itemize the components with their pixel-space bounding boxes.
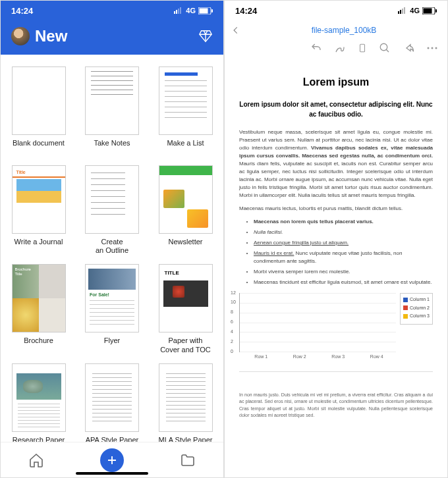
- avatar[interactable]: [11, 27, 30, 45]
- paragraph: Vestibulum neque massa, scelerisque sit …: [239, 128, 433, 199]
- template-blank[interactable]: Blank document: [7, 66, 70, 156]
- battery-icon: [198, 7, 213, 14]
- undo-icon[interactable]: [310, 42, 322, 54]
- doc-toolbar: [225, 40, 447, 60]
- home-icon[interactable]: [28, 452, 44, 468]
- chart-legend: Column 1Column 2Column 3: [400, 293, 433, 325]
- signal-icon: [174, 7, 183, 14]
- template-newsletter[interactable]: Newsletter: [154, 165, 217, 255]
- template-outline[interactable]: Create an Outline: [81, 165, 144, 255]
- svg-rect-0: [174, 11, 175, 14]
- list-item: Mauris id ex erat. Nunc vulputate neque …: [254, 250, 433, 265]
- back-icon[interactable]: [231, 24, 240, 36]
- svg-rect-6: [211, 9, 213, 13]
- document-screen: 14:24 4G file-sample_100kB Lorem ipsum L…: [224, 0, 448, 478]
- template-mla[interactable]: MLA Style Paper: [154, 363, 217, 442]
- plus-icon: [106, 454, 118, 466]
- svg-rect-13: [435, 9, 437, 13]
- new-button[interactable]: [100, 448, 124, 472]
- template-notes[interactable]: Take Notes: [81, 66, 144, 156]
- status-icons: 4G: [398, 7, 437, 14]
- svg-rect-7: [398, 11, 399, 14]
- page-title: New: [35, 27, 198, 45]
- draw-icon[interactable]: [334, 42, 346, 54]
- paragraph: Maecenas mauris lectus, lobortis et puru…: [239, 205, 433, 213]
- list-item: Maecenas tincidunt est efficitur ligula …: [254, 279, 433, 286]
- document-title[interactable]: file-sample_100kB: [247, 26, 441, 35]
- footer-paragraph: In non mauris justo. Duis vehicula mi ve…: [239, 371, 433, 419]
- doc-subheading: Lorem ipsum dolor sit amet, consectetur …: [239, 99, 433, 119]
- list-item: Morbi viverra semper lorem nec molestie.: [254, 268, 433, 276]
- svg-rect-3: [180, 7, 181, 14]
- template-apa[interactable]: APA Style Paper: [81, 363, 144, 442]
- home-indicator[interactable]: [76, 472, 148, 475]
- list-item: Maecenas non lorem quis tellus placerat …: [254, 218, 433, 226]
- svg-point-15: [380, 43, 387, 51]
- svg-rect-10: [404, 7, 405, 14]
- template-flyer[interactable]: For Sale!Flyer: [81, 264, 144, 354]
- svg-rect-9: [402, 9, 403, 14]
- doc-heading: Lorem ipsum: [239, 74, 433, 90]
- mobile-view-icon[interactable]: [358, 41, 367, 55]
- svg-point-18: [435, 47, 437, 49]
- share-icon[interactable]: [403, 42, 414, 54]
- search-icon[interactable]: [379, 42, 391, 54]
- diamond-icon[interactable]: [198, 29, 213, 43]
- status-bar: 14:24 4G: [1, 1, 223, 20]
- folder-icon[interactable]: [180, 452, 196, 468]
- svg-rect-8: [400, 10, 401, 14]
- svg-rect-2: [178, 9, 179, 14]
- template-paper-toc[interactable]: TITLEPaper with Cover and TOC: [154, 264, 217, 354]
- doc-header: file-sample_100kB: [225, 20, 447, 40]
- svg-point-16: [428, 47, 430, 49]
- status-time: 14:24: [11, 6, 33, 16]
- template-brochure[interactable]: Brochure TitleBrochure: [7, 264, 70, 354]
- templates-grid: Blank document Take Notes Make a List Wr…: [1, 55, 223, 442]
- svg-rect-14: [360, 44, 365, 52]
- more-icon[interactable]: [426, 46, 438, 50]
- svg-point-17: [432, 47, 434, 49]
- status-bar: 14:24 4G: [225, 1, 447, 20]
- status-icons: 4G: [174, 7, 213, 14]
- chart: 024681012 Row 1Row 2Row 3Row 4 Column 1C…: [239, 293, 433, 361]
- svg-rect-1: [176, 10, 177, 14]
- list-item: Aenean congue fringilla justo ut aliquam…: [254, 239, 433, 247]
- signal-icon: [398, 7, 407, 14]
- svg-rect-5: [200, 8, 208, 13]
- header: New: [1, 20, 223, 55]
- bullet-list: Maecenas non lorem quis tellus placerat …: [239, 218, 433, 286]
- list-item: Nulla facilisi.: [254, 228, 433, 236]
- template-journal[interactable]: Write a Journal: [7, 165, 70, 255]
- status-time: 14:24: [235, 6, 257, 16]
- templates-screen: 14:24 4G New Blank document Take Notes M…: [0, 0, 224, 478]
- svg-rect-12: [424, 8, 432, 13]
- document-body[interactable]: Lorem ipsum Lorem ipsum dolor sit amet, …: [225, 60, 447, 477]
- template-list[interactable]: Make a List: [154, 66, 217, 156]
- battery-icon: [422, 7, 437, 14]
- template-research[interactable]: Research Paper: [7, 363, 70, 442]
